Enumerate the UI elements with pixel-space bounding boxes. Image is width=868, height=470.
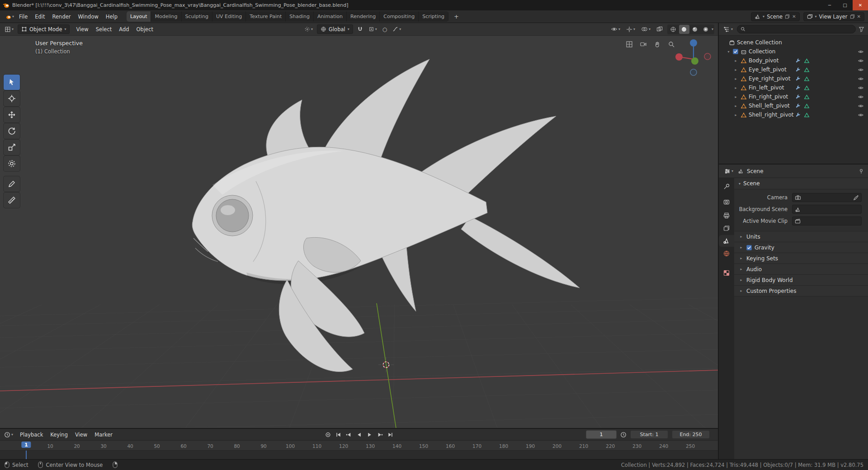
rotate-tool[interactable] xyxy=(4,123,20,139)
timeline-menu-keying[interactable]: Keying xyxy=(47,430,71,440)
hide-in-viewport-eye-icon[interactable] xyxy=(858,85,864,91)
current-frame-field[interactable]: 1 xyxy=(586,430,617,439)
modifier-wrench-icon[interactable] xyxy=(795,94,801,100)
hide-in-viewport-eye-icon[interactable] xyxy=(858,76,864,82)
tab-tool[interactable] xyxy=(719,181,734,193)
remove-view-layer-icon[interactable]: ✕ xyxy=(857,14,861,19)
tab-view-layer[interactable] xyxy=(719,222,734,234)
outliner-item-label[interactable]: Fin_left_pivot xyxy=(749,85,784,91)
modifier-wrench-icon[interactable] xyxy=(795,112,801,118)
active-movie-clip-field[interactable] xyxy=(792,216,862,226)
collection-checkbox[interactable] xyxy=(733,49,738,54)
properties-editor-type-button[interactable]: ▾ xyxy=(723,167,735,175)
next-keyframe-button[interactable] xyxy=(375,431,384,439)
outliner-search-box[interactable] xyxy=(737,25,856,33)
menu-window[interactable]: Window xyxy=(75,12,102,22)
modifier-wrench-icon[interactable] xyxy=(795,58,801,64)
workspace-tab-compositing[interactable]: Compositing xyxy=(380,11,419,22)
frame-start-field[interactable]: Start: 1 xyxy=(630,430,668,439)
menu-file[interactable]: File xyxy=(15,12,31,22)
fish-model[interactable] xyxy=(192,59,580,372)
annotate-tool[interactable] xyxy=(4,176,20,192)
timeline-menu-view[interactable]: View xyxy=(71,430,91,440)
background-scene-field[interactable] xyxy=(792,205,862,214)
proportional-edit-button[interactable]: ○ xyxy=(381,25,388,33)
camera-view-icon[interactable] xyxy=(638,39,649,50)
gizmo-x-axis[interactable] xyxy=(675,53,683,61)
snap-settings-button[interactable]: ▾ xyxy=(367,25,378,33)
hide-in-viewport-eye-icon[interactable] xyxy=(858,94,864,100)
view-layer-selector[interactable]: ▾ View Layer ✕ xyxy=(803,12,864,21)
panel-gravity[interactable]: ▸Gravity xyxy=(734,242,868,253)
transform-pivot-button[interactable]: ▾ xyxy=(303,25,314,33)
preview-range-clock-icon[interactable] xyxy=(620,432,627,438)
jump-to-start-button[interactable] xyxy=(334,431,343,439)
workspace-tab-uv-editing[interactable]: UV Editing xyxy=(212,11,246,22)
disclosure-triangle-icon[interactable]: ▸ xyxy=(733,95,738,99)
outliner-row[interactable]: ▸Shell_left_pivot xyxy=(719,101,868,110)
outliner-row[interactable]: ▸Body_pivot xyxy=(719,56,868,65)
workspace-tab-texture-paint[interactable]: Texture Paint xyxy=(246,11,286,22)
menu-edit[interactable]: Edit xyxy=(31,12,48,22)
outliner-row[interactable]: ▸Eye_right_pivot xyxy=(719,74,868,83)
workspace-tab-layout[interactable]: Layout xyxy=(127,11,151,22)
disclosure-triangle-icon[interactable]: ▸ xyxy=(733,77,738,81)
outliner-item-label[interactable]: Eye_right_pivot xyxy=(749,75,790,82)
outliner-row[interactable]: ▸Fin_right_pivot xyxy=(719,92,868,101)
modifier-wrench-icon[interactable] xyxy=(795,85,801,91)
shading-solid-button[interactable] xyxy=(679,25,689,34)
viewport-menu-add[interactable]: Add xyxy=(115,24,132,34)
mesh-data-icon[interactable] xyxy=(804,58,810,64)
gizmo-y-axis[interactable] xyxy=(691,57,698,65)
panel-keying-sets[interactable]: ▸Keying Sets xyxy=(734,253,868,264)
hide-in-viewport-eye-icon[interactable] xyxy=(858,103,864,109)
tab-texture[interactable] xyxy=(719,267,734,279)
hide-in-viewport-eye-icon[interactable] xyxy=(858,112,864,118)
minimize-button[interactable]: ─ xyxy=(822,0,837,10)
disclosure-triangle-icon[interactable]: ▾ xyxy=(726,50,731,54)
mesh-data-icon[interactable] xyxy=(804,103,810,109)
filter-icon[interactable] xyxy=(859,26,864,32)
add-workspace-button[interactable]: + xyxy=(451,12,462,21)
transform-tool[interactable] xyxy=(4,156,20,171)
move-tool[interactable] xyxy=(4,107,20,122)
gizmo-x-neg-axis[interactable] xyxy=(704,53,711,60)
viewport-menu-view[interactable]: View xyxy=(72,24,92,34)
outliner-row[interactable]: ▸Eye_left_pivot xyxy=(719,65,868,74)
outliner-row[interactable]: ▸Fin_left_pivot xyxy=(719,83,868,92)
overlays-toggle-button[interactable]: ▾ xyxy=(640,25,652,33)
workspace-tab-scripting[interactable]: Scripting xyxy=(419,11,448,22)
orientation-dropdown[interactable]: Global ▾ xyxy=(317,24,353,34)
mesh-data-icon[interactable] xyxy=(804,76,810,82)
scale-tool[interactable] xyxy=(4,140,20,155)
workspace-tab-modeling[interactable]: Modeling xyxy=(151,11,181,22)
copy-scene-icon[interactable] xyxy=(785,14,790,19)
outliner-editor-type-button[interactable]: ▾ xyxy=(722,25,734,33)
timeline-menu-marker[interactable]: Marker xyxy=(91,430,116,440)
hide-in-viewport-eye-icon[interactable] xyxy=(858,58,864,64)
play-reverse-button[interactable] xyxy=(354,431,363,439)
tab-output[interactable] xyxy=(719,210,734,221)
select-box-tool[interactable] xyxy=(4,75,20,90)
timeline-ruler[interactable]: 1020304050607080901001101201301401501601… xyxy=(0,441,718,451)
mesh-data-icon[interactable] xyxy=(804,85,810,91)
proportional-falloff-button[interactable]: ▾ xyxy=(391,25,402,33)
shading-dropdown-button[interactable]: ▾ xyxy=(712,27,713,31)
disclosure-triangle-icon[interactable]: ▸ xyxy=(733,113,738,117)
panel-custom-properties[interactable]: ▸Custom Properties xyxy=(734,286,868,296)
close-button[interactable]: ✕ xyxy=(853,0,868,10)
scene-selector[interactable]: ▾ Scene ✕ xyxy=(751,12,799,21)
blender-menu-button[interactable]: ▾ xyxy=(4,13,15,21)
xray-toggle-button[interactable] xyxy=(655,25,664,33)
prev-keyframe-button[interactable] xyxy=(344,431,353,439)
eyedropper-icon[interactable] xyxy=(853,195,859,201)
outliner-item-label[interactable]: Collection xyxy=(749,48,775,55)
workspace-tab-rendering[interactable]: Rendering xyxy=(347,11,380,22)
editor-type-button[interactable]: ▾ xyxy=(3,25,15,33)
mesh-data-icon[interactable] xyxy=(804,112,810,118)
zoom-view-icon[interactable] xyxy=(666,39,677,50)
panel-units[interactable]: ▸Units xyxy=(734,231,868,242)
auto-keying-button[interactable] xyxy=(323,431,332,439)
disclosure-triangle-icon[interactable]: ▸ xyxy=(733,86,738,90)
workspace-tab-shading[interactable]: Shading xyxy=(286,11,314,22)
